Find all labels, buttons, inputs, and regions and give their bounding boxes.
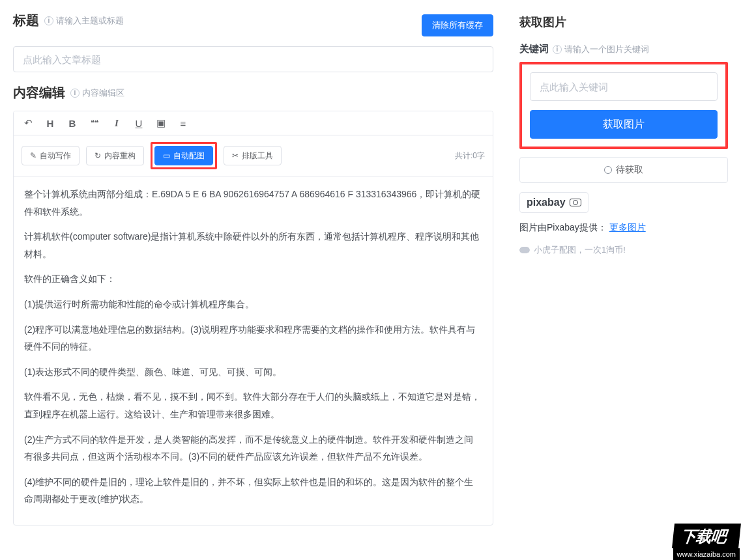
watermark-url: www.xiazaiba.com <box>673 548 740 560</box>
underline-icon[interactable]: U <box>132 117 145 130</box>
action-toolbar: ✎ 自动写作 ↻ 内容重构 ▭ 自动配图 ✂ 排版工具 <box>14 135 493 176</box>
circle-icon <box>604 166 612 174</box>
pixabay-badge: pixabay <box>519 192 588 213</box>
camera-icon <box>570 199 581 206</box>
content-paragraph: 计算机软件(computer software)是指计算机系统中除硬件以外的所有… <box>24 228 482 262</box>
info-icon: i <box>553 45 562 54</box>
info-icon: i <box>44 16 53 25</box>
auto-image-button[interactable]: ▭ 自动配图 <box>154 146 213 165</box>
info-icon: i <box>70 89 80 98</box>
pending-button[interactable]: 待获取 <box>519 157 728 183</box>
align-icon[interactable]: ≡ <box>177 117 190 130</box>
clear-cache-button[interactable]: 清除所有缓存 <box>422 14 493 36</box>
image-icon[interactable]: ▣ <box>154 117 167 130</box>
refresh-icon: ↻ <box>94 151 101 160</box>
quote-icon[interactable]: ❝❝ <box>88 117 101 130</box>
title-header-row: 标题 i 请输入主题或标题 清除所有缓存 <box>13 12 493 38</box>
fetch-image-button[interactable]: 获取图片 <box>530 110 718 139</box>
keyword-label: 关键词 <box>519 43 549 55</box>
keyword-input[interactable] <box>530 72 718 101</box>
undo-icon[interactable]: ↶ <box>22 117 35 130</box>
editor-content[interactable]: 整个计算机系统由两部分组成：E.69DA 5 E 6 BA 9062616964… <box>14 176 493 525</box>
content-paragraph: (2)生产方式不同的软件是开发，是人类智能的高发挥，而不是传统意义上的硬件制造。… <box>24 431 482 466</box>
more-images-link[interactable]: 更多图片 <box>609 222 646 232</box>
article-title-input[interactable] <box>13 46 493 72</box>
provider-row: 图片由Pixabay提供： 更多图片 <box>519 222 728 234</box>
highlight-keyword-block: 获取图片 <box>519 62 728 149</box>
sidebar-title: 获取图片 <box>519 14 566 30</box>
content-paragraph: 整个计算机系统由两部分组成：E.69DA 5 E 6 BA 9062616964… <box>24 186 482 220</box>
scissors-icon: ✂ <box>232 151 239 160</box>
content-paragraph: (4)维护不同的硬件是旧的，理论上软件是旧的，并不坏，但实际上软件也是旧的和坏的… <box>24 473 482 508</box>
editor-box: ↶ H B ❝❝ I U ▣ ≡ ✎ 自动写作 ↻ 内容重构 <box>13 111 493 525</box>
content-paragraph: (2)程序可以满意地处理信息的数据结构。(3)说明程序功能要求和程序需要的文档的… <box>24 321 482 356</box>
watermark-title: 下载吧 <box>672 524 741 548</box>
layout-tool-button[interactable]: ✂ 排版工具 <box>224 146 282 165</box>
cloud-icon <box>519 247 530 253</box>
content-paragraph: (1)表达形式不同的硬件类型、颜色、味道、可见、可摸、可闻。 <box>24 363 482 381</box>
watermark: 下载吧 www.xiazaiba.com <box>673 524 740 560</box>
title-section-label: 标题 <box>13 12 39 29</box>
content-section-label: 内容编辑 <box>13 84 65 102</box>
format-toolbar: ↶ H B ❝❝ I U ▣ ≡ <box>14 111 493 135</box>
heading-icon[interactable]: H <box>44 117 57 130</box>
title-hint: i 请输入主题或标题 <box>44 15 124 27</box>
keyword-hint: i 请输入一个图片关键词 <box>553 44 649 55</box>
italic-icon[interactable]: I <box>110 117 123 130</box>
tip-row: 小虎子配图，一次1淘币! <box>519 244 728 256</box>
main-column: 标题 i 请输入主题或标题 清除所有缓存 内容编辑 i 内容编辑区 ↶ H <box>0 0 506 560</box>
pencil-icon: ✎ <box>30 151 36 160</box>
content-paragraph: (1)提供运行时所需功能和性能的命令或计算机程序集合。 <box>24 296 482 313</box>
highlight-auto-image: ▭ 自动配图 <box>151 142 217 169</box>
restructure-button[interactable]: ↻ 内容重构 <box>86 146 144 165</box>
picture-icon: ▭ <box>163 151 170 160</box>
word-count: 共计:0字 <box>455 150 485 161</box>
content-paragraph: 软件的正确含义如下： <box>24 270 482 288</box>
content-hint: i 内容编辑区 <box>70 87 124 99</box>
bold-icon[interactable]: B <box>66 117 79 130</box>
auto-write-button[interactable]: ✎ 自动写作 <box>22 146 80 165</box>
sidebar-column: 获取图片 关键词 i 请输入一个图片关键词 获取图片 待获取 pixabay 图… <box>506 0 741 560</box>
content-paragraph: 软件看不见，无色，枯燥，看不见，摸不到，闻不到。软件大部分存在于人们的头脑或纸上… <box>24 388 482 423</box>
